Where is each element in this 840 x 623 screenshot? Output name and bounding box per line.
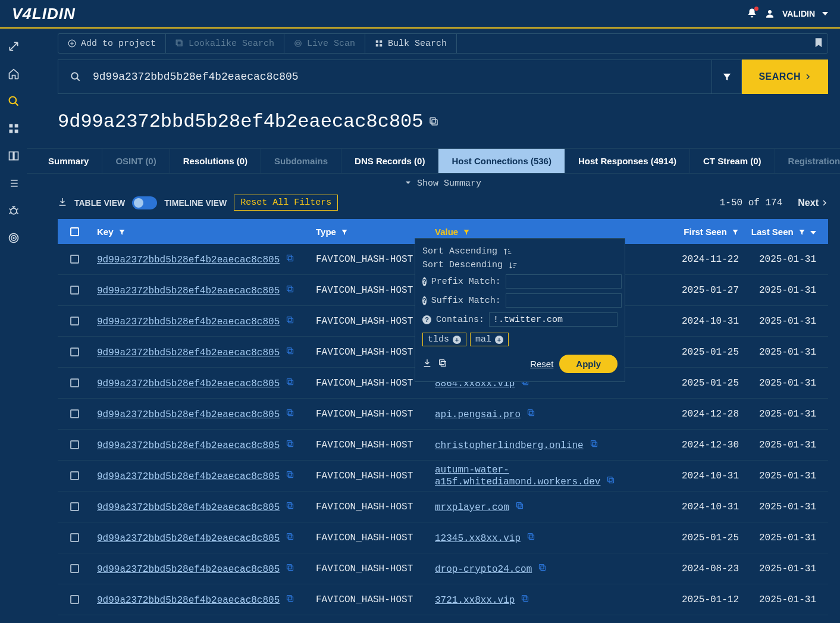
lookalike-search-button[interactable]: Lookalike Search <box>166 34 284 53</box>
grid-icon[interactable] <box>8 123 20 134</box>
copy-icon[interactable] <box>286 594 294 603</box>
tab-dns[interactable]: DNS Records (0) <box>341 149 438 173</box>
contains-input[interactable] <box>489 312 618 327</box>
search-input[interactable]: 9d99a2372bbd5b28ef4b2eaecac8c805 <box>58 60 712 94</box>
chip-mal[interactable]: mal+ <box>470 333 509 346</box>
copy-title-icon[interactable] <box>428 111 439 133</box>
row-checkbox[interactable] <box>58 255 91 264</box>
tab-osint[interactable]: OSINT (0) <box>102 149 170 173</box>
key-link[interactable]: 9d99a2372bbd5b28ef4b2eaecac8c805 <box>97 595 280 606</box>
copy-icon[interactable] <box>286 501 294 510</box>
key-link[interactable]: 9d99a2372bbd5b28ef4b2eaecac8c805 <box>97 347 280 358</box>
row-checkbox[interactable] <box>58 595 91 604</box>
panel-icon[interactable] <box>8 150 20 162</box>
help-icon[interactable]: ? <box>422 296 427 305</box>
copy-icon[interactable] <box>438 358 447 370</box>
row-checkbox[interactable] <box>58 502 91 511</box>
copy-icon[interactable] <box>521 594 529 603</box>
copy-icon[interactable] <box>515 501 524 510</box>
search-filter-button[interactable] <box>712 60 742 94</box>
column-key[interactable]: Key <box>91 227 310 237</box>
column-type[interactable]: Type <box>310 227 429 237</box>
row-checkbox[interactable] <box>58 440 91 449</box>
search-button[interactable]: SEARCH <box>742 60 828 94</box>
add-to-project-button[interactable]: Add to project <box>58 34 166 53</box>
help-icon[interactable]: ? <box>422 315 431 324</box>
key-link[interactable]: 9d99a2372bbd5b28ef4b2eaecac8c805 <box>97 317 280 327</box>
column-last-seen[interactable]: Last Seen <box>745 227 828 237</box>
copy-icon[interactable] <box>526 532 535 541</box>
home-icon[interactable] <box>8 68 20 80</box>
copy-icon[interactable] <box>590 439 598 448</box>
copy-icon[interactable] <box>538 563 547 572</box>
tab-host-responses[interactable]: Host Responses (4914) <box>565 149 690 173</box>
show-summary-button[interactable]: Show Summary <box>58 174 828 193</box>
copy-icon[interactable] <box>526 408 535 417</box>
row-checkbox[interactable] <box>58 471 91 480</box>
row-checkbox[interactable] <box>58 378 91 387</box>
row-checkbox[interactable] <box>58 347 91 356</box>
key-link[interactable]: 9d99a2372bbd5b28ef4b2eaecac8c805 <box>97 564 280 575</box>
bulk-search-button[interactable]: Bulk Search <box>365 34 457 53</box>
copy-icon[interactable] <box>286 439 294 448</box>
copy-icon[interactable] <box>286 377 294 386</box>
copy-icon[interactable] <box>286 470 294 479</box>
key-link[interactable]: 9d99a2372bbd5b28ef4b2eaecac8c805 <box>97 502 280 513</box>
key-link[interactable]: 9d99a2372bbd5b28ef4b2eaecac8c805 <box>97 533 280 544</box>
copy-icon[interactable] <box>286 532 294 541</box>
value-link[interactable]: drop-crypto24.com <box>435 564 532 575</box>
bookmark-icon[interactable] <box>813 37 824 51</box>
view-toggle[interactable] <box>132 196 157 209</box>
pagination-next[interactable]: Next <box>798 198 828 208</box>
tab-host-connections[interactable]: Host Connections (536) <box>438 149 565 173</box>
value-link[interactable]: christopherlindberg.online <box>435 440 584 451</box>
value-link[interactable]: mrxplayer.com <box>435 502 509 513</box>
expand-icon[interactable] <box>8 40 20 52</box>
row-checkbox[interactable] <box>58 564 91 573</box>
copy-icon[interactable] <box>286 284 294 293</box>
copy-icon[interactable] <box>286 253 294 262</box>
user-menu[interactable]: VALIDIN <box>747 8 828 20</box>
key-link[interactable]: 9d99a2372bbd5b28ef4b2eaecac8c805 <box>97 286 280 296</box>
row-checkbox[interactable] <box>58 286 91 295</box>
tab-registration[interactable]: Registration <box>775 149 840 173</box>
copy-icon[interactable] <box>606 475 615 484</box>
filter-reset-button[interactable]: Reset <box>530 359 553 369</box>
value-link[interactable]: api.pengsai.pro <box>435 409 521 420</box>
download-icon[interactable] <box>58 197 67 208</box>
sort-ascending-option[interactable]: Sort Ascending <box>422 245 618 258</box>
list-icon[interactable] <box>8 177 20 189</box>
key-link[interactable]: 9d99a2372bbd5b28ef4b2eaecac8c805 <box>97 378 280 389</box>
bug-icon[interactable] <box>8 205 20 217</box>
row-checkbox[interactable] <box>58 317 91 325</box>
copy-icon[interactable] <box>286 315 294 324</box>
key-link[interactable]: 9d99a2372bbd5b28ef4b2eaecac8c805 <box>97 440 280 451</box>
tab-ct-stream[interactable]: CT Stream (0) <box>690 149 775 173</box>
row-checkbox[interactable] <box>58 409 91 418</box>
row-checkbox[interactable] <box>58 533 91 542</box>
chip-tlds[interactable]: tlds+ <box>422 333 466 346</box>
filter-apply-button[interactable]: Apply <box>559 355 618 373</box>
tab-subdomains[interactable]: Subdomains <box>261 149 341 173</box>
target-icon[interactable] <box>8 232 20 244</box>
prefix-match-input[interactable] <box>506 274 622 289</box>
key-link[interactable]: 9d99a2372bbd5b28ef4b2eaecac8c805 <box>97 471 280 482</box>
live-scan-button[interactable]: Live Scan <box>284 34 365 53</box>
search-icon[interactable] <box>8 95 20 107</box>
column-value[interactable]: Value <box>429 227 656 237</box>
key-link[interactable]: 9d99a2372bbd5b28ef4b2eaecac8c805 <box>97 255 280 265</box>
copy-icon[interactable] <box>286 563 294 572</box>
value-link[interactable]: 3721.xx8xx.vip <box>435 595 515 606</box>
select-all-checkbox[interactable] <box>58 227 91 236</box>
download-icon[interactable] <box>422 358 432 370</box>
notification-bell-icon[interactable] <box>747 8 757 20</box>
reset-all-filters-button[interactable]: Reset All Filters <box>234 195 338 211</box>
value-link[interactable]: autumn-water-a15f.whitediamond.workers.d… <box>435 465 600 487</box>
sort-descending-option[interactable]: Sort Descending <box>422 258 618 272</box>
tab-summary[interactable]: Summary <box>35 149 102 173</box>
column-first-seen[interactable]: First Seen <box>656 227 745 237</box>
copy-icon[interactable] <box>286 408 294 417</box>
value-link[interactable]: 12345.xx8xx.vip <box>435 533 521 544</box>
tab-resolutions[interactable]: Resolutions (0) <box>170 149 261 173</box>
key-link[interactable]: 9d99a2372bbd5b28ef4b2eaecac8c805 <box>97 409 280 420</box>
